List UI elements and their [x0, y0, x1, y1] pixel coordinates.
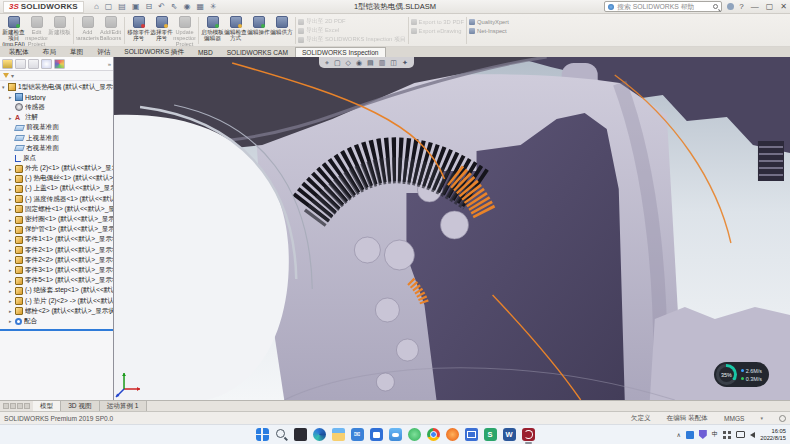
options-icon[interactable]: ✳	[210, 2, 217, 11]
taskbar-search-icon[interactable]	[275, 428, 288, 441]
wps-icon[interactable]: S	[484, 428, 497, 441]
tab-layout[interactable]: 布局	[36, 47, 63, 57]
tab-solidworks-cam[interactable]: SOLIDWORKS CAM	[220, 47, 295, 57]
edit-inspection-methods-button[interactable]: 编辑检查方式	[224, 15, 247, 46]
tree-filter[interactable]: ▾	[0, 71, 113, 81]
configuration-manager-tab-icon[interactable]	[28, 59, 39, 69]
tree-item-component[interactable]: 固定螺栓<1> (默认<<默认>_显示	[0, 204, 113, 214]
tree-item-component[interactable]: (-) 温度传感器<1> (默认<<默认>_	[0, 194, 113, 204]
tree-item-component[interactable]: (-) 上盖<1> (默认<<默认>_显示	[0, 184, 113, 194]
user-account-icon[interactable]	[727, 3, 734, 10]
tree-item-top-plane[interactable]: 上视基准面	[0, 133, 113, 143]
display-tray-icon[interactable]	[736, 431, 745, 438]
tree-item-component[interactable]: 零件2<1> (默认<<默认>_显示状态	[0, 245, 113, 255]
new-inspection-project-button[interactable]: 新建检查项目 (imp.FAI)	[2, 15, 25, 46]
apply-scene-icon[interactable]: ◫	[390, 59, 397, 67]
tray-shield-icon[interactable]	[699, 430, 707, 439]
tree-item-annotations[interactable]: 注解	[0, 113, 113, 123]
volume-icon[interactable]	[750, 432, 755, 438]
search-input[interactable]: 搜索 SOLIDWORKS 帮助	[604, 1, 722, 12]
tree-item-origin[interactable]: 原点	[0, 153, 113, 163]
tree-item-component[interactable]: 零件2<2> (默认<<默认>_显示状态	[0, 255, 113, 265]
tab-model[interactable]: 模型	[33, 401, 61, 411]
add-edit-balloons-button[interactable]: Add/Edit Balloons	[99, 15, 122, 46]
status-units[interactable]: MMGS	[724, 415, 745, 422]
units-caret-icon[interactable]: ▾	[760, 415, 763, 421]
tree-item-component[interactable]: 零件5<1> (默认<<默认>_显示状态	[0, 276, 113, 286]
edge-icon[interactable]	[313, 428, 326, 441]
qualityxpert-button[interactable]: QualityXpert	[469, 17, 509, 26]
chrome-icon[interactable]	[427, 428, 440, 441]
weather-icon[interactable]	[389, 428, 402, 441]
status-gear-icon[interactable]	[779, 415, 786, 422]
tree-item-front-plane[interactable]: 前视基准面	[0, 123, 113, 133]
feature-manager-tab-icon[interactable]	[2, 59, 13, 69]
tab-3d-views[interactable]: 3D 视图	[61, 401, 99, 411]
export-excel-button[interactable]: 导出至 Excel	[298, 26, 406, 35]
tree-item-component[interactable]: 密封圈<1> (默认<<默认>_显示状	[0, 214, 113, 224]
tree-item-component[interactable]: 零件1<1> (默认<<默认>_显示状态	[0, 235, 113, 245]
graphics-viewport[interactable]: ⌖ ▢ ◇ ◉ ▤ ▥ ◫ ✦ 35% 2.6M/s 0.3M/s	[114, 57, 790, 400]
zoom-area-icon[interactable]: ▢	[334, 59, 341, 67]
tab-evaluate[interactable]: 评估	[90, 47, 117, 57]
new-document-icon[interactable]: ▢	[105, 2, 113, 11]
tree-item-root[interactable]: 1型铠装热电偶 (默认<默认_显示状态-1>	[0, 82, 113, 92]
tray-network-app-icon[interactable]	[686, 431, 694, 439]
add-characteristic-button[interactable]: Add Characteristic	[76, 15, 99, 46]
messenger-icon[interactable]	[408, 428, 421, 441]
tab-sketch[interactable]: 草图	[63, 47, 90, 57]
open-icon[interactable]: ▤	[118, 2, 126, 11]
tree-item-mates[interactable]: 配合	[0, 316, 113, 326]
search-icon[interactable]	[713, 4, 718, 9]
tray-chevron-icon[interactable]: ∧	[676, 431, 680, 438]
print-icon[interactable]: ⊟	[145, 2, 152, 11]
panel-tab-overflow-icon[interactable]: »	[108, 61, 111, 67]
zoom-fit-icon[interactable]: ⌖	[325, 59, 329, 67]
file-properties-icon[interactable]: ▦	[197, 2, 205, 11]
tree-item-component[interactable]: (-) 绝缘套.step<1> (默认<<默认>	[0, 286, 113, 296]
undo-icon[interactable]: ↶	[158, 2, 165, 11]
rollback-bar[interactable]	[0, 329, 113, 332]
tree-item-component[interactable]: (-) 垫片 (2)<2> -> (默认<<默认>	[0, 296, 113, 306]
start-button[interactable]	[256, 428, 269, 441]
tree-item-component[interactable]: 保护管<1> (默认<<默认>_显示状	[0, 225, 113, 235]
tab-solidworks-inspection[interactable]: SOLIDWORKS Inspection	[295, 47, 386, 57]
solidworks-taskbar-icon[interactable]	[522, 428, 535, 441]
clock[interactable]: 16:05 2022/8/15	[760, 428, 786, 441]
tree-item-component[interactable]: 外壳 (2)<1> (默认<<默认>_显示状	[0, 164, 113, 174]
task-view-icon[interactable]	[294, 428, 307, 441]
ime-indicator[interactable]: 中	[712, 430, 718, 439]
rebuild-icon[interactable]: ◉	[184, 2, 191, 11]
maximize-button[interactable]: ▢	[766, 2, 774, 11]
tree-item-sensors[interactable]: 传感器	[0, 102, 113, 112]
filter-caret-icon[interactable]: ▾	[11, 72, 14, 79]
store-icon[interactable]	[370, 428, 383, 441]
file-explorer-icon[interactable]	[332, 428, 345, 441]
export-inspection-project-button[interactable]: 导出至 SOLIDWORKS Inspection 项目	[298, 35, 406, 44]
mail-icon[interactable]: ✉	[351, 428, 364, 441]
tab-mbd[interactable]: MBD	[191, 47, 220, 57]
ime-grid-icon[interactable]	[723, 431, 731, 439]
word-icon[interactable]: W	[503, 428, 516, 441]
view-settings-icon[interactable]: ✦	[402, 59, 408, 67]
select-balloon-button[interactable]: 选择零件序号	[150, 15, 173, 46]
tree-item-component[interactable]: (-) 热电偶丝<1> (默认<<默认>_显	[0, 174, 113, 184]
tree-item-right-plane[interactable]: 右视基准面	[0, 143, 113, 153]
edit-operations-button[interactable]: 编辑操作	[247, 15, 270, 46]
display-manager-tab-icon[interactable]	[54, 59, 65, 69]
edit-suppliers-button[interactable]: 编辑供方	[270, 15, 293, 46]
view-orientation-icon[interactable]: ◇	[346, 59, 351, 67]
hide-show-items-icon[interactable]: ▤	[367, 59, 374, 67]
browser-icon[interactable]	[446, 428, 459, 441]
tree-item-component[interactable]: 螺栓<2> (默认<<默认>_显示状态	[0, 306, 113, 316]
tab-motion-study[interactable]: 运动算例 1	[100, 401, 147, 411]
remove-balloon-button[interactable]: 移除零件序号	[127, 15, 150, 46]
tab-addins[interactable]: SOLIDWORKS 插件	[117, 47, 191, 57]
property-manager-tab-icon[interactable]	[15, 59, 26, 69]
minimize-button[interactable]: —	[751, 2, 759, 11]
update-inspection-project-button[interactable]: Update Inspection Project	[173, 15, 196, 46]
select-icon[interactable]: ⇖	[171, 2, 178, 11]
device-icon[interactable]	[465, 428, 478, 441]
model-canvas[interactable]	[114, 57, 790, 400]
export-edrawing-button[interactable]: Export eDrawing	[411, 26, 464, 35]
